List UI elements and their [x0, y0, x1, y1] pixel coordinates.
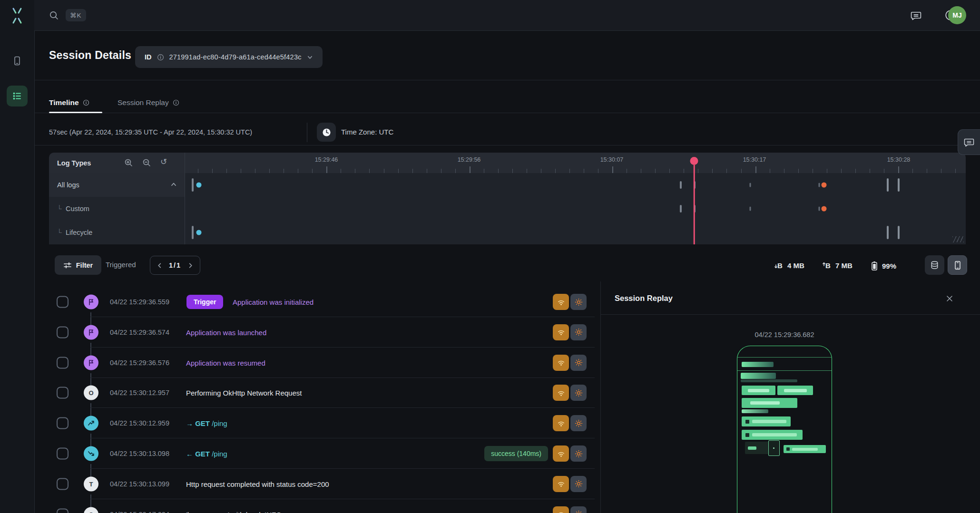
log-title: Application was resumed [186, 358, 265, 367]
device-view-button-active[interactable] [948, 255, 967, 275]
close-replay-button[interactable] [944, 293, 955, 304]
tab-timeline[interactable]: Timeline [49, 93, 89, 112]
storage-view-button[interactable] [925, 255, 944, 275]
network-details-button[interactable] [553, 324, 569, 340]
wireframe-button [742, 386, 775, 395]
page-title: Session Details [49, 49, 131, 62]
network-details-button[interactable] [553, 445, 569, 462]
reset-zoom-button[interactable]: ↺ [160, 157, 167, 167]
timeline-mark-session-start [192, 178, 194, 192]
log-details-button[interactable] [570, 324, 587, 340]
ruler-tick [298, 169, 298, 173]
log-details-button[interactable] [570, 294, 587, 310]
status-badge: success (140ms) [484, 446, 548, 461]
feedback-button[interactable] [909, 9, 922, 22]
brand-logo[interactable] [7, 6, 27, 26]
log-row[interactable]: 04/22 15:30:13.098← GET /pingsuccess (14… [49, 438, 600, 469]
bytes-sent-value: 7 MB [835, 261, 853, 270]
ruler-tick [212, 169, 213, 173]
support-chat-tab[interactable] [958, 129, 980, 155]
ruler-tick [484, 169, 484, 173]
network-details-button[interactable] [553, 385, 569, 401]
log-row[interactable]: 04/22 15:29:36.574Application was launch… [49, 317, 600, 348]
sidebar-item-sessions-active[interactable] [7, 86, 28, 106]
ruler-tick [641, 169, 641, 173]
sidebar-item-devices[interactable] [7, 50, 28, 71]
log-checkbox[interactable] [57, 508, 69, 513]
network-details-button[interactable] [553, 415, 569, 431]
log-timestamp: 04/22 15:30:12.957 [110, 389, 169, 397]
ruler-tick [284, 169, 284, 173]
ruler-tick [627, 169, 627, 173]
log-checkbox[interactable] [57, 326, 69, 338]
log-checkbox[interactable] [57, 478, 69, 490]
sun-icon [575, 480, 583, 488]
log-row[interactable]: O04/22 15:30:17.024'log message' with le… [49, 499, 600, 513]
timeline-chart[interactable]: 15:29:4615:29:5615:30:0715:30:1715:30:28 [185, 153, 966, 244]
log-checkbox[interactable] [57, 417, 69, 429]
ruler-tick [498, 169, 499, 173]
search-icon [49, 10, 59, 20]
log-details-button[interactable] [570, 506, 587, 513]
log-details-button[interactable] [570, 415, 587, 431]
timezone-button[interactable] [317, 123, 336, 142]
ruler-tick [355, 169, 355, 173]
wireframe-button [742, 398, 797, 408]
id-label: ID [145, 53, 152, 61]
log-details-button[interactable] [570, 445, 587, 462]
info-icon [173, 99, 179, 106]
ruler-tick [384, 169, 384, 173]
search-input[interactable]: ⌘K [49, 7, 86, 24]
tab-session-replay[interactable]: Session Replay [118, 93, 179, 112]
network-details-button[interactable] [553, 506, 569, 513]
ruler-tick [341, 169, 341, 173]
filter-button[interactable]: Filter [55, 255, 101, 275]
next-page-button[interactable] [187, 262, 194, 269]
ruler-tick [455, 169, 456, 173]
replay-panel-divider [600, 281, 601, 513]
avatar[interactable]: MJ [948, 6, 966, 24]
network-details-button[interactable] [553, 294, 569, 310]
log-checkbox[interactable] [57, 387, 69, 399]
ruler-tick [655, 169, 656, 173]
log-checkbox[interactable] [57, 296, 69, 308]
log-details-button[interactable] [570, 385, 587, 401]
ruler-tick [684, 169, 684, 173]
sun-icon [575, 389, 583, 397]
database-icon [930, 260, 940, 270]
network-icon [557, 510, 566, 513]
zoom-out-button[interactable] [142, 158, 151, 167]
resize-grip[interactable] [952, 236, 964, 242]
log-row[interactable]: T04/22 15:30:13.099Http request complete… [49, 469, 600, 499]
zoom-in-button[interactable] [124, 158, 133, 167]
log-checkbox[interactable] [57, 357, 69, 368]
timeline-row-custom[interactable]: └ Custom [49, 197, 185, 221]
sun-icon [575, 298, 583, 306]
log-row[interactable]: 04/22 15:29:36.559TriggerApplication was… [49, 287, 600, 317]
prev-page-button[interactable] [157, 262, 163, 269]
tab-session-replay-label: Session Replay [118, 98, 169, 107]
session-id-dropdown[interactable]: ID 271991ad-ec80-4d79-a61a-ced44e5f423c [135, 46, 323, 68]
network-details-button[interactable] [553, 355, 569, 371]
track-custom [185, 197, 966, 221]
network-details-button[interactable] [553, 476, 569, 492]
log-row[interactable]: 04/22 15:30:12.959→ GET /ping [49, 408, 600, 438]
timeline-row-all-logs[interactable]: All logs [49, 173, 185, 197]
timeline-ruler: 15:29:4615:29:5615:30:0715:30:1715:30:28 [185, 153, 966, 173]
log-details-button[interactable] [570, 476, 587, 492]
ruler-tick [241, 169, 241, 173]
log-row[interactable]: 04/22 15:29:36.576Application was resume… [49, 348, 600, 378]
header-divider [34, 80, 980, 80]
ruler-tick [941, 169, 941, 173]
replay-phone-frame [737, 346, 832, 513]
playhead-handle[interactable] [690, 157, 698, 165]
chevron-up-icon[interactable] [170, 181, 177, 188]
log-row[interactable]: O04/22 15:30:12.957Performing OkHttp Net… [49, 377, 600, 408]
clock-icon [322, 127, 332, 137]
log-details-button[interactable] [570, 355, 587, 371]
wireframe-row [742, 416, 791, 426]
timeline-row-lifecycle[interactable]: └ Lifecycle [49, 221, 185, 244]
log-checkbox[interactable] [57, 448, 69, 460]
bytes-received-value: 4 MB [787, 261, 804, 270]
timeline-tracks [185, 173, 966, 244]
